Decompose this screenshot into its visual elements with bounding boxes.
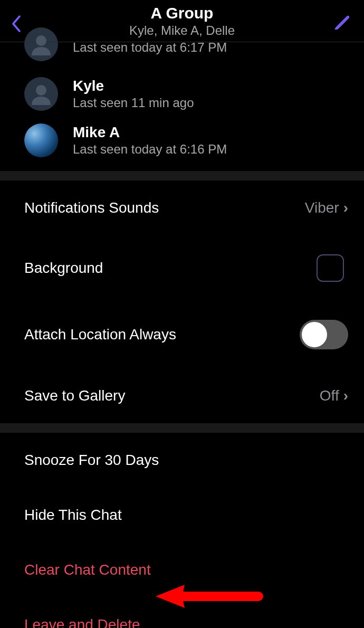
member-row[interactable]: Last seen today at 6:17 PM [0,42,364,71]
setting-hide-chat[interactable]: Hide This Chat [0,488,364,543]
person-icon [30,33,52,55]
pencil-icon [334,12,352,30]
background-swatch[interactable] [317,254,344,282]
back-button[interactable] [8,13,24,34]
setting-notifications-sounds[interactable]: Notifications Sounds Viber › [0,180,364,235]
member-row[interactable]: Kyle Last seen 11 min ago [0,71,364,117]
setting-value [317,254,348,282]
setting-label: Background [24,260,103,277]
person-icon [30,83,52,105]
chevron-left-icon [10,14,22,33]
setting-clear-content[interactable]: Clear Chat Content [0,543,364,597]
member-name: Kyle [73,78,194,94]
setting-background[interactable]: Background [0,235,364,301]
setting-attach-location[interactable]: Attach Location Always [0,301,364,368]
svg-point-1 [36,85,46,96]
toggle-knob [302,322,327,347]
setting-label: Save to Gallery [24,387,125,404]
members-list: Last seen today at 6:17 PM Kyle Last see… [0,42,364,171]
section-divider [0,171,364,180]
setting-value: Viber › [305,199,348,216]
member-status: Last seen 11 min ago [73,96,194,110]
header: A Group Kyle, Mike A, Delle [0,0,364,42]
setting-label: Hide This Chat [24,507,122,524]
svg-point-0 [36,35,46,46]
settings-group-2: Snooze For 30 Days Hide This Chat Clear … [0,433,364,628]
setting-label: Notifications Sounds [24,199,159,216]
toggle-switch[interactable] [300,320,348,349]
edit-button[interactable] [332,11,353,32]
member-info: Mike A Last seen today at 6:16 PM [73,124,227,157]
member-info: Kyle Last seen 11 min ago [73,78,194,110]
member-row[interactable]: Mike A Last seen today at 6:16 PM [0,117,364,164]
value-text: Viber [305,199,339,216]
member-status: Last seen today at 6:17 PM [73,40,227,55]
member-status: Last seen today at 6:16 PM [73,142,227,157]
setting-value [300,320,348,349]
member-name: Mike A [73,124,227,141]
avatar [24,123,58,157]
earth-avatar-icon [24,123,58,157]
setting-label: Leave and Delete [24,616,140,628]
header-title-wrap: A Group Kyle, Mike A, Delle [129,4,235,38]
group-subtitle: Kyle, Mike A, Delle [129,23,235,38]
setting-label: Snooze For 30 Days [24,452,159,469]
group-title: A Group [129,4,235,22]
value-text: Off [320,387,339,404]
chevron-right-icon: › [343,387,348,404]
settings-group-1: Notifications Sounds Viber › Background … [0,180,364,423]
setting-snooze[interactable]: Snooze For 30 Days [0,433,364,488]
chevron-right-icon: › [343,199,348,216]
setting-save-gallery[interactable]: Save to Gallery Off › [0,368,364,423]
setting-leave-delete[interactable]: Leave and Delete [0,597,364,628]
section-divider [0,423,364,433]
setting-label: Clear Chat Content [24,562,151,578]
avatar [24,77,58,111]
setting-value: Off › [320,387,348,404]
setting-label: Attach Location Always [24,326,176,343]
